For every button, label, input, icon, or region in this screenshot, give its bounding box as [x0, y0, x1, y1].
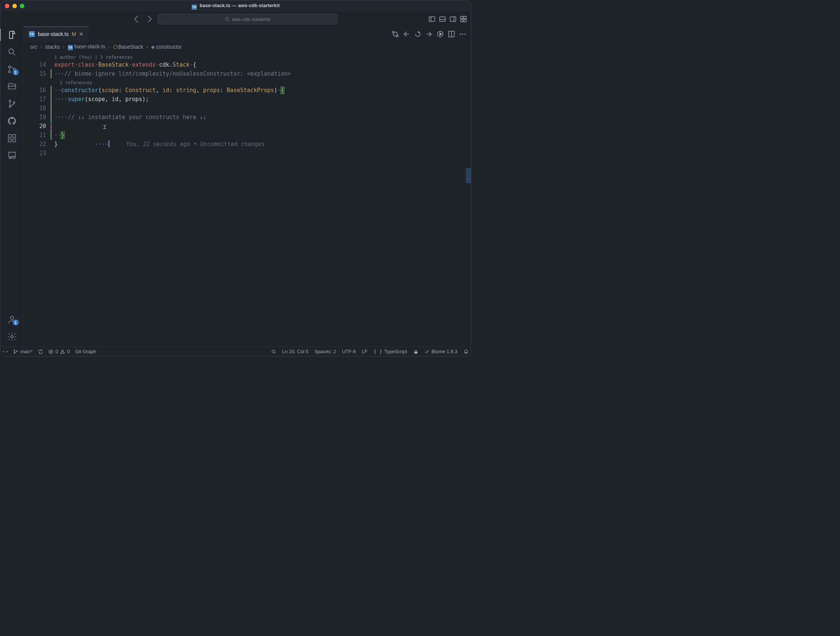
svg-point-22	[396, 35, 398, 37]
encoding[interactable]: UTF-8	[342, 349, 356, 354]
codelens-class[interactable]: 1 author (You) | 3 references	[54, 53, 471, 60]
class-icon: ⬡	[113, 44, 118, 50]
svg-point-29	[14, 353, 15, 354]
layout-panel-bottom-icon[interactable]	[439, 15, 446, 23]
customize-layout-icon[interactable]	[459, 15, 467, 23]
top-toolbar: aws-cdk-starterkit	[0, 12, 471, 27]
git-graph-button[interactable]: Git Graph	[75, 349, 96, 354]
svg-point-9	[8, 66, 10, 68]
title-filename: base-stack.ts	[199, 3, 230, 8]
settings-button[interactable]	[7, 331, 17, 342]
accounts-button[interactable]: 1	[7, 314, 17, 325]
search-tab[interactable]	[7, 47, 17, 57]
layout-sidebar-right-icon[interactable]	[449, 15, 457, 23]
svg-point-25	[459, 33, 461, 35]
svg-point-21	[393, 31, 395, 33]
svg-point-30	[16, 350, 17, 351]
split-editor-icon[interactable]	[448, 30, 455, 38]
branch-indicator[interactable]: main*	[13, 349, 33, 354]
line-number: 23	[24, 149, 54, 158]
code-line: }	[54, 140, 471, 149]
nav-back-button[interactable]	[131, 14, 142, 24]
eol[interactable]: LF	[362, 349, 368, 354]
ts-file-icon: TS	[68, 45, 73, 50]
tab-bar: TS base-stack.ts M ✕	[24, 27, 471, 41]
svg-point-10	[8, 71, 10, 73]
find-in-selection-icon[interactable]	[271, 349, 276, 354]
editor-tab[interactable]: TS base-stack.ts M ✕	[24, 27, 89, 41]
svg-point-12	[9, 100, 11, 101]
code-line: export·class·BaseStack·extends·cdk.Stack…	[54, 60, 471, 69]
notifications-button[interactable]	[463, 349, 469, 354]
code-line: ···· You, 22 seconds ago • Uncommitted c…	[54, 122, 471, 131]
github-tab[interactable]	[7, 116, 17, 126]
zoom-window-button[interactable]	[20, 4, 24, 8]
explorer-tab[interactable]	[7, 30, 17, 40]
line-number: 22	[24, 140, 54, 149]
ts-file-icon: TS	[192, 5, 197, 10]
prev-change-icon[interactable]	[403, 30, 410, 38]
svg-point-13	[9, 106, 11, 107]
account-badge: 1	[13, 320, 19, 326]
svg-point-8	[9, 49, 13, 54]
next-change-icon[interactable]	[425, 30, 433, 38]
revert-icon[interactable]	[414, 30, 422, 38]
code-line: ··}	[54, 131, 471, 140]
title-project: aws-cdk-starterkit	[238, 3, 279, 8]
codelens-ctor[interactable]: 2 references	[54, 78, 471, 86]
app-window: TS base-stack.ts — aws-cdk-starterkit aw…	[0, 0, 471, 357]
window-title: TS base-stack.ts — aws-cdk-starterkit	[0, 3, 471, 10]
linter-status[interactable]: Biome 1.8.3	[425, 349, 458, 354]
line-number: 16	[24, 86, 54, 95]
code-line: ····// ↓↓ instantiate your constructs he…	[54, 113, 471, 122]
compare-changes-icon[interactable]	[392, 30, 399, 38]
git-branch-tab[interactable]	[7, 98, 17, 109]
chevron-right-icon: ›	[108, 44, 110, 50]
extensions-tab[interactable]	[7, 133, 17, 144]
breadcrumb-src[interactable]: src	[30, 44, 38, 50]
minimize-window-button[interactable]	[13, 4, 17, 8]
chevron-right-icon: ›	[63, 44, 65, 50]
line-number: 18	[24, 104, 54, 113]
line-number: 17	[24, 95, 54, 104]
layout-sidebar-left-icon[interactable]	[428, 15, 436, 23]
problems-indicator[interactable]: 0 0	[48, 349, 69, 354]
breadcrumb[interactable]: src › stacks › TSbase-stack.ts › ⬡BaseSt…	[24, 41, 471, 52]
svg-point-0	[225, 17, 228, 20]
activity-bar: 1 1	[0, 27, 24, 346]
chat-tab[interactable]	[7, 150, 17, 161]
breadcrumb-file[interactable]: TSbase-stack.ts	[68, 43, 105, 50]
close-window-button[interactable]	[5, 4, 9, 8]
language-mode[interactable]: { } TypeScript	[374, 349, 407, 354]
svg-rect-4	[461, 16, 463, 19]
title-bar: TS base-stack.ts — aws-cdk-starterkit	[0, 0, 471, 12]
tab-modified-indicator: M	[71, 31, 76, 37]
svg-point-28	[14, 350, 15, 351]
command-center[interactable]: aws-cdk-starterkit	[158, 14, 337, 24]
line-number-gutter: 14 15 16 17 18 19 20 21 22 23	[24, 52, 54, 346]
line-number: 15	[24, 69, 54, 78]
source-control-tab[interactable]: 1	[7, 64, 17, 74]
more-actions-icon[interactable]	[459, 30, 466, 38]
code-line: ···// biome-ignore lint/complexity/noUse…	[54, 69, 471, 78]
svg-rect-2	[440, 17, 445, 22]
code-editor[interactable]: 14 15 16 17 18 19 20 21 22 23 1 author (…	[24, 52, 471, 346]
cursor-position[interactable]: Ln 20, Col 5	[282, 349, 308, 354]
indentation[interactable]: Spaces: 2	[314, 349, 336, 354]
sync-button[interactable]	[38, 349, 43, 354]
code-line: ····super(scope, id, props);	[54, 95, 471, 104]
run-icon[interactable]	[436, 30, 444, 38]
svg-rect-16	[8, 139, 11, 142]
nav-forward-button[interactable]	[144, 14, 155, 24]
copilot-status-icon[interactable]	[413, 349, 418, 354]
tab-close-button[interactable]: ✕	[79, 31, 84, 37]
projects-tab[interactable]	[7, 81, 17, 92]
svg-rect-17	[13, 139, 16, 142]
window-controls	[0, 4, 24, 8]
remote-indicator[interactable]	[3, 349, 8, 354]
breadcrumb-constructor[interactable]: ◈constructor	[151, 44, 182, 50]
breadcrumb-class[interactable]: ⬡BaseStack	[113, 44, 144, 50]
search-icon	[224, 16, 230, 22]
code-content[interactable]: 1 author (You) | 3 references export·cla…	[54, 52, 471, 346]
breadcrumb-stacks[interactable]: stacks	[45, 44, 60, 50]
